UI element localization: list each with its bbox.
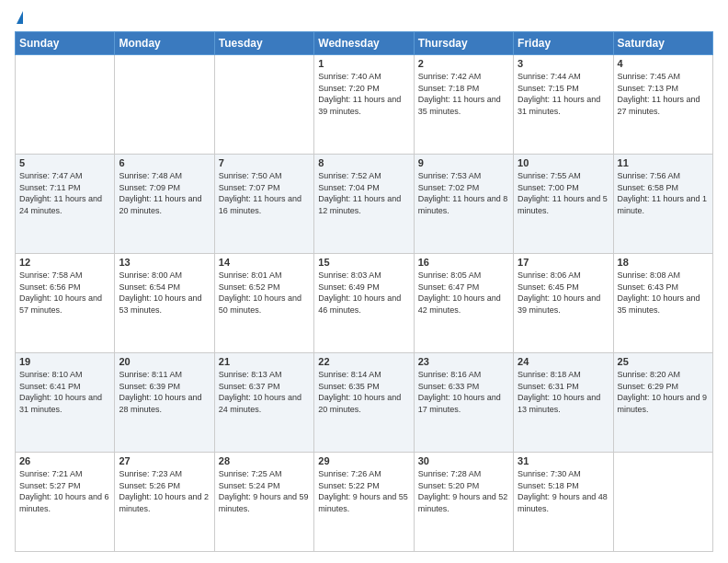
cell-daylight-info: Sunrise: 7:30 AM Sunset: 5:18 PM Dayligh… xyxy=(518,468,609,514)
day-header-tuesday: Tuesday xyxy=(214,32,313,55)
day-number: 19 xyxy=(19,356,110,367)
calendar-cell: 5Sunrise: 7:47 AM Sunset: 7:11 PM Daylig… xyxy=(16,155,115,254)
day-number: 25 xyxy=(618,356,709,367)
day-number: 27 xyxy=(119,455,210,466)
day-number: 5 xyxy=(19,157,110,168)
calendar-cell: 22Sunrise: 8:14 AM Sunset: 6:35 PM Dayli… xyxy=(314,353,414,453)
calendar-cell: 16Sunrise: 8:05 AM Sunset: 6:47 PM Dayli… xyxy=(414,254,513,353)
day-number: 3 xyxy=(518,58,609,69)
day-number: 15 xyxy=(318,257,409,268)
calendar-cell: 11Sunrise: 7:56 AM Sunset: 6:58 PM Dayli… xyxy=(613,155,712,254)
day-header-sunday: Sunday xyxy=(16,32,115,55)
cell-daylight-info: Sunrise: 7:40 AM Sunset: 7:20 PM Dayligh… xyxy=(318,71,409,117)
calendar-cell: 24Sunrise: 8:18 AM Sunset: 6:31 PM Dayli… xyxy=(514,353,613,453)
calendar-cell: 25Sunrise: 8:20 AM Sunset: 6:29 PM Dayli… xyxy=(613,353,712,453)
calendar-cell: 13Sunrise: 8:00 AM Sunset: 6:54 PM Dayli… xyxy=(115,254,214,353)
day-number: 17 xyxy=(518,257,609,268)
day-header-thursday: Thursday xyxy=(414,32,513,55)
calendar-cell xyxy=(613,453,712,552)
calendar-cell: 28Sunrise: 7:25 AM Sunset: 5:24 PM Dayli… xyxy=(214,453,313,552)
logo-blue xyxy=(15,11,23,24)
day-number: 8 xyxy=(318,157,409,168)
cell-daylight-info: Sunrise: 7:53 AM Sunset: 7:02 PM Dayligh… xyxy=(418,170,509,216)
cell-daylight-info: Sunrise: 8:01 AM Sunset: 6:52 PM Dayligh… xyxy=(219,270,310,316)
calendar-cell: 17Sunrise: 8:06 AM Sunset: 6:45 PM Dayli… xyxy=(514,254,613,353)
day-number: 22 xyxy=(318,356,409,367)
day-number: 14 xyxy=(219,257,310,268)
cell-daylight-info: Sunrise: 8:18 AM Sunset: 6:31 PM Dayligh… xyxy=(518,369,609,415)
cell-daylight-info: Sunrise: 8:06 AM Sunset: 6:45 PM Dayligh… xyxy=(518,270,609,316)
day-number: 24 xyxy=(518,356,609,367)
cell-daylight-info: Sunrise: 7:56 AM Sunset: 6:58 PM Dayligh… xyxy=(618,170,709,216)
logo-triangle-icon xyxy=(17,11,23,24)
day-number: 18 xyxy=(618,257,709,268)
calendar-cell xyxy=(16,55,115,155)
calendar-cell: 1Sunrise: 7:40 AM Sunset: 7:20 PM Daylig… xyxy=(314,55,414,155)
day-header-wednesday: Wednesday xyxy=(314,32,414,55)
day-number: 23 xyxy=(418,356,509,367)
calendar-cell: 29Sunrise: 7:26 AM Sunset: 5:22 PM Dayli… xyxy=(314,453,414,552)
calendar-cell: 14Sunrise: 8:01 AM Sunset: 6:52 PM Dayli… xyxy=(214,254,313,353)
cell-daylight-info: Sunrise: 8:16 AM Sunset: 6:33 PM Dayligh… xyxy=(418,369,509,415)
cell-daylight-info: Sunrise: 8:08 AM Sunset: 6:43 PM Dayligh… xyxy=(618,270,709,316)
cell-daylight-info: Sunrise: 7:21 AM Sunset: 5:27 PM Dayligh… xyxy=(19,468,110,514)
day-header-friday: Friday xyxy=(514,32,613,55)
cell-daylight-info: Sunrise: 8:20 AM Sunset: 6:29 PM Dayligh… xyxy=(618,369,709,415)
calendar-cell: 6Sunrise: 7:48 AM Sunset: 7:09 PM Daylig… xyxy=(115,155,214,254)
cell-daylight-info: Sunrise: 8:03 AM Sunset: 6:49 PM Dayligh… xyxy=(318,270,409,316)
day-header-saturday: Saturday xyxy=(613,32,712,55)
day-number: 26 xyxy=(19,455,110,466)
day-number: 10 xyxy=(518,157,609,168)
calendar-week-2: 5Sunrise: 7:47 AM Sunset: 7:11 PM Daylig… xyxy=(16,155,713,254)
calendar-header-row: SundayMondayTuesdayWednesdayThursdayFrid… xyxy=(16,32,713,55)
calendar-cell: 30Sunrise: 7:28 AM Sunset: 5:20 PM Dayli… xyxy=(414,453,513,552)
calendar-cell: 31Sunrise: 7:30 AM Sunset: 5:18 PM Dayli… xyxy=(514,453,613,552)
cell-daylight-info: Sunrise: 7:25 AM Sunset: 5:24 PM Dayligh… xyxy=(219,468,310,514)
day-number: 29 xyxy=(318,455,409,466)
calendar-cell: 26Sunrise: 7:21 AM Sunset: 5:27 PM Dayli… xyxy=(16,453,115,552)
day-number: 6 xyxy=(119,157,210,168)
cell-daylight-info: Sunrise: 7:58 AM Sunset: 6:56 PM Dayligh… xyxy=(19,270,110,316)
calendar-cell: 3Sunrise: 7:44 AM Sunset: 7:15 PM Daylig… xyxy=(514,55,613,155)
calendar-week-1: 1Sunrise: 7:40 AM Sunset: 7:20 PM Daylig… xyxy=(16,55,713,155)
calendar-cell: 23Sunrise: 8:16 AM Sunset: 6:33 PM Dayli… xyxy=(414,353,513,453)
cell-daylight-info: Sunrise: 8:13 AM Sunset: 6:37 PM Dayligh… xyxy=(219,369,310,415)
day-number: 7 xyxy=(219,157,310,168)
day-number: 9 xyxy=(418,157,509,168)
calendar-cell: 4Sunrise: 7:45 AM Sunset: 7:13 PM Daylig… xyxy=(613,55,712,155)
calendar-cell: 19Sunrise: 8:10 AM Sunset: 6:41 PM Dayli… xyxy=(16,353,115,453)
calendar-week-4: 19Sunrise: 8:10 AM Sunset: 6:41 PM Dayli… xyxy=(16,353,713,453)
day-number: 13 xyxy=(119,257,210,268)
day-header-monday: Monday xyxy=(115,32,214,55)
calendar-cell: 18Sunrise: 8:08 AM Sunset: 6:43 PM Dayli… xyxy=(613,254,712,353)
cell-daylight-info: Sunrise: 7:50 AM Sunset: 7:07 PM Dayligh… xyxy=(219,170,310,216)
cell-daylight-info: Sunrise: 8:05 AM Sunset: 6:47 PM Dayligh… xyxy=(418,270,509,316)
calendar-cell: 10Sunrise: 7:55 AM Sunset: 7:00 PM Dayli… xyxy=(514,155,613,254)
header xyxy=(15,11,713,24)
cell-daylight-info: Sunrise: 7:47 AM Sunset: 7:11 PM Dayligh… xyxy=(19,170,110,216)
calendar-cell: 12Sunrise: 7:58 AM Sunset: 6:56 PM Dayli… xyxy=(16,254,115,353)
day-number: 1 xyxy=(318,58,409,69)
day-number: 12 xyxy=(19,257,110,268)
day-number: 20 xyxy=(119,356,210,367)
calendar-cell: 15Sunrise: 8:03 AM Sunset: 6:49 PM Dayli… xyxy=(314,254,414,353)
day-number: 4 xyxy=(618,58,709,69)
cell-daylight-info: Sunrise: 8:11 AM Sunset: 6:39 PM Dayligh… xyxy=(119,369,210,415)
calendar-week-3: 12Sunrise: 7:58 AM Sunset: 6:56 PM Dayli… xyxy=(16,254,713,353)
day-number: 28 xyxy=(219,455,310,466)
calendar-cell: 20Sunrise: 8:11 AM Sunset: 6:39 PM Dayli… xyxy=(115,353,214,453)
calendar-cell: 2Sunrise: 7:42 AM Sunset: 7:18 PM Daylig… xyxy=(414,55,513,155)
calendar-cell: 9Sunrise: 7:53 AM Sunset: 7:02 PM Daylig… xyxy=(414,155,513,254)
page: SundayMondayTuesdayWednesdayThursdayFrid… xyxy=(0,0,728,563)
calendar-table: SundayMondayTuesdayWednesdayThursdayFrid… xyxy=(15,31,713,552)
calendar-cell: 21Sunrise: 8:13 AM Sunset: 6:37 PM Dayli… xyxy=(214,353,313,453)
cell-daylight-info: Sunrise: 7:26 AM Sunset: 5:22 PM Dayligh… xyxy=(318,468,409,514)
calendar-cell xyxy=(214,55,313,155)
cell-daylight-info: Sunrise: 8:10 AM Sunset: 6:41 PM Dayligh… xyxy=(19,369,110,415)
cell-daylight-info: Sunrise: 7:52 AM Sunset: 7:04 PM Dayligh… xyxy=(318,170,409,216)
cell-daylight-info: Sunrise: 7:45 AM Sunset: 7:13 PM Dayligh… xyxy=(618,71,709,117)
cell-daylight-info: Sunrise: 7:55 AM Sunset: 7:00 PM Dayligh… xyxy=(518,170,609,216)
day-number: 21 xyxy=(219,356,310,367)
calendar-cell xyxy=(115,55,214,155)
cell-daylight-info: Sunrise: 7:42 AM Sunset: 7:18 PM Dayligh… xyxy=(418,71,509,117)
